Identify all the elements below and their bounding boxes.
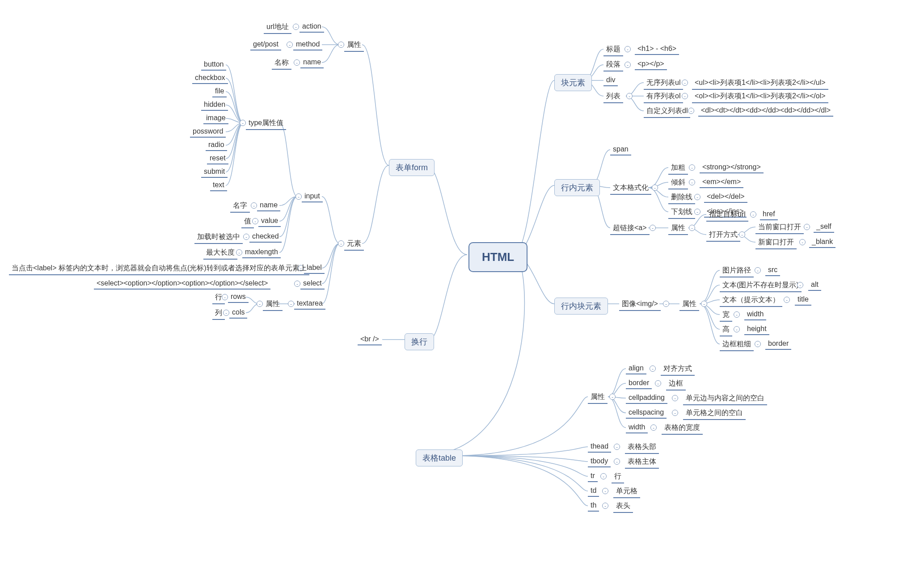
block-para-v[interactable]: <p></p> bbox=[635, 59, 667, 70]
tb-thead-v[interactable]: 表格头部 bbox=[625, 441, 659, 454]
toggle-icon[interactable]: - bbox=[682, 93, 688, 99]
branch-table[interactable]: 表格table bbox=[416, 449, 463, 466]
toggle-icon[interactable]: - bbox=[650, 365, 656, 372]
branch-inlineblock[interactable]: 行内块元素 bbox=[554, 298, 608, 315]
toggle-icon[interactable]: - bbox=[294, 281, 300, 287]
ib-height-k[interactable]: height bbox=[744, 324, 769, 335]
form-elements[interactable]: 元素 bbox=[344, 238, 364, 251]
branch-block[interactable]: 块元素 bbox=[554, 74, 592, 91]
inline-self-k[interactable]: _self bbox=[814, 222, 834, 233]
table-attr[interactable]: 属性 bbox=[588, 391, 608, 404]
input-maxlength-v[interactable]: 最大长度 bbox=[203, 247, 237, 260]
form-select-k[interactable]: select bbox=[300, 278, 325, 290]
toggle-icon[interactable]: - bbox=[739, 231, 745, 238]
form-name-v[interactable]: 名称 bbox=[272, 57, 291, 70]
ib-width-v[interactable]: 宽 bbox=[720, 309, 732, 322]
toggle-icon[interactable]: - bbox=[287, 42, 293, 48]
toggle-icon[interactable]: - bbox=[682, 80, 688, 86]
inline-href-k[interactable]: href bbox=[760, 209, 778, 220]
itype-4[interactable]: image bbox=[203, 113, 228, 124]
form-textarea-attr[interactable]: 属性 bbox=[263, 298, 283, 311]
toggle-icon[interactable]: - bbox=[755, 341, 761, 347]
ib-height-v[interactable]: 高 bbox=[720, 324, 732, 336]
ib-border-k[interactable]: border bbox=[765, 339, 791, 350]
toggle-icon[interactable]: - bbox=[240, 120, 246, 126]
toggle-icon[interactable]: - bbox=[694, 194, 700, 200]
inline-blank-v[interactable]: 新窗口打开 bbox=[755, 237, 797, 249]
tb-th-k[interactable]: th bbox=[588, 500, 599, 512]
itype-5[interactable]: possword bbox=[190, 126, 226, 138]
tb-align-k[interactable]: align bbox=[626, 363, 646, 374]
tb-tr-k[interactable]: tr bbox=[588, 471, 598, 482]
block-title-v[interactable]: <h1> - <h6> bbox=[635, 44, 679, 55]
form-label-v[interactable]: 当点击<label> 标签内的文本时，浏览器就会自动将焦点(光标)转到或者选择对… bbox=[9, 263, 309, 275]
input-checked-k[interactable]: checked bbox=[249, 231, 282, 243]
toggle-icon[interactable]: - bbox=[689, 164, 695, 171]
toggle-icon[interactable]: - bbox=[257, 301, 263, 307]
toggle-icon[interactable]: - bbox=[624, 46, 631, 52]
toggle-icon[interactable]: - bbox=[602, 488, 608, 494]
tb-td-v[interactable]: 单元格 bbox=[613, 486, 640, 498]
root-node[interactable]: HTML bbox=[468, 242, 527, 272]
ib-border-v[interactable]: 边框粗细 bbox=[720, 339, 754, 351]
inline-fmt[interactable]: 文本格式化 bbox=[610, 182, 651, 195]
input-maxlength-k[interactable]: maxlength bbox=[242, 247, 281, 258]
inline-em-k[interactable]: 倾斜 bbox=[668, 177, 688, 189]
toggle-icon[interactable]: - bbox=[689, 179, 695, 185]
tb-border-k[interactable]: border bbox=[626, 378, 652, 389]
toggle-icon[interactable]: - bbox=[293, 24, 299, 30]
tb-border-v[interactable]: 边框 bbox=[666, 378, 686, 390]
toggle-icon[interactable]: - bbox=[688, 108, 694, 114]
input-checked-v[interactable]: 加载时被选中 bbox=[194, 231, 243, 244]
toggle-icon[interactable]: - bbox=[734, 326, 740, 332]
form-action-k[interactable]: action bbox=[300, 21, 324, 33]
ib-src-v[interactable]: 图片路径 bbox=[720, 265, 754, 277]
toggle-icon[interactable]: - bbox=[689, 225, 695, 231]
form-input-type[interactable]: type属性值 bbox=[246, 118, 286, 130]
input-name-v[interactable]: 名字 bbox=[230, 200, 250, 213]
toggle-icon[interactable]: - bbox=[614, 444, 620, 450]
ib-alt-v[interactable]: 文本(图片不存在时显示) bbox=[720, 280, 802, 292]
toggle-icon[interactable]: - bbox=[784, 297, 790, 303]
toggle-icon[interactable]: - bbox=[655, 380, 661, 386]
tb-cellspacing-k[interactable]: cellspacing bbox=[626, 407, 667, 419]
tb-width-v[interactable]: 表格的宽度 bbox=[662, 422, 703, 435]
tb-tbody-k[interactable]: tbody bbox=[588, 456, 611, 467]
toggle-icon[interactable]: - bbox=[600, 473, 607, 479]
toggle-icon[interactable]: - bbox=[804, 224, 810, 230]
form-input[interactable]: input bbox=[302, 191, 323, 202]
tb-cellpadding-v[interactable]: 单元边与内容之间的空白 bbox=[683, 393, 767, 405]
form-textarea[interactable]: textarea bbox=[294, 298, 325, 310]
itype-1[interactable]: checkbox bbox=[192, 73, 228, 84]
toggle-icon[interactable]: - bbox=[650, 424, 657, 431]
block-ul-v[interactable]: <ul><li>列表项1</li><li>列表项2</li></ul> bbox=[692, 77, 828, 90]
itype-0[interactable]: button bbox=[201, 59, 226, 71]
itype-7[interactable]: reset bbox=[207, 153, 228, 164]
block-ul-k[interactable]: 无序列表ul bbox=[644, 77, 683, 90]
inline-a[interactable]: 超链接<a> bbox=[610, 223, 650, 235]
ta-rows-k[interactable]: rows bbox=[228, 292, 249, 303]
toggle-icon[interactable]: - bbox=[797, 282, 803, 288]
tb-width-k[interactable]: width bbox=[626, 422, 648, 433]
branch-linebreak[interactable]: 换行 bbox=[405, 333, 434, 350]
tb-td-k[interactable]: td bbox=[588, 486, 599, 497]
ib-alt-k[interactable]: alt bbox=[808, 280, 821, 291]
itype-6[interactable]: radio bbox=[206, 140, 227, 151]
toggle-icon[interactable]: - bbox=[288, 301, 294, 307]
form-action-v[interactable]: url地址 bbox=[264, 21, 291, 34]
toggle-icon[interactable]: - bbox=[799, 239, 806, 245]
itype-2[interactable]: file bbox=[212, 86, 227, 97]
toggle-icon[interactable]: - bbox=[338, 240, 344, 247]
toggle-icon[interactable]: - bbox=[294, 59, 300, 66]
tb-th-v[interactable]: 表头 bbox=[613, 500, 633, 513]
inline-href-v[interactable]: 指定目标url bbox=[706, 209, 748, 222]
toggle-icon[interactable]: - bbox=[701, 301, 707, 307]
inline-span[interactable]: span bbox=[610, 144, 631, 155]
inline-strong-k[interactable]: 加粗 bbox=[668, 162, 688, 175]
toggle-icon[interactable]: - bbox=[694, 209, 700, 215]
toggle-icon[interactable]: - bbox=[614, 458, 620, 465]
itype-9[interactable]: text bbox=[210, 180, 227, 191]
inline-ins-k[interactable]: 下划线 bbox=[668, 206, 695, 219]
input-value-k[interactable]: value bbox=[258, 216, 281, 227]
tb-cellspacing-v[interactable]: 单元格之间的空白 bbox=[683, 407, 746, 420]
